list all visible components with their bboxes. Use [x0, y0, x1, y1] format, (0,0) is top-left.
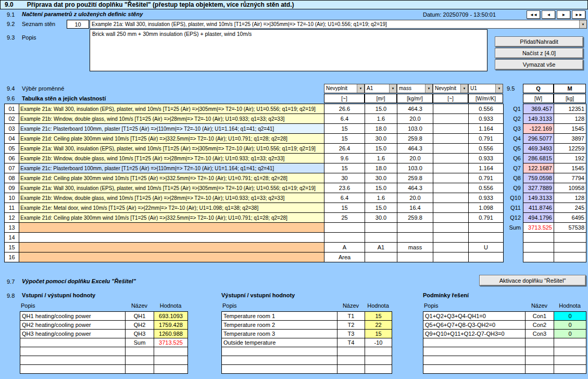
wall-select-dropdown[interactable]: Example 21a: Wall 300, insulation (EPS),…	[90, 20, 587, 29]
value-cell: 26.6	[324, 104, 365, 114]
value-cell	[397, 252, 433, 262]
record-nav: ◄◄ ◄ ► ►►	[527, 10, 585, 19]
variable-dropdown-4[interactable]: Nevyplnit ▼	[433, 84, 468, 93]
activate-solver-button[interactable]: Aktivace doplňku "Řešitel"	[479, 275, 586, 286]
value-cell	[433, 193, 469, 203]
io-row: Q9+Q10+Q11+Q12-Q7-QH3=0Con30	[423, 330, 586, 338]
q-row-label: Q10	[504, 193, 523, 203]
add-replace-button[interactable]: Přidat/Nahradit	[495, 36, 583, 47]
hodnota-cell[interactable]: 15	[365, 330, 392, 338]
q-row-label: Q6	[504, 154, 523, 163]
nav-prev-button[interactable]: ◄	[542, 10, 555, 19]
value-cell	[469, 252, 504, 262]
value-cell: 0.933	[469, 114, 504, 124]
col-header-hodnota: Hodnota	[154, 302, 187, 309]
row-number: 04	[5, 134, 19, 144]
value-cell: 1.098	[469, 203, 504, 213]
value-cell: 0.556	[469, 183, 504, 193]
clear-all-button[interactable]: Vymazat vše	[495, 59, 583, 70]
m-value-cell: 12351	[554, 104, 586, 114]
load-from-4-0-button[interactable]: Načíst z [4.0]	[495, 48, 583, 58]
dropdown-arrow-icon[interactable]: ▼	[357, 84, 364, 93]
q-row-label: Q12	[504, 213, 523, 223]
dropdown-arrow-icon[interactable]: ▼	[425, 84, 432, 93]
wall-count-field[interactable]: 10	[67, 20, 89, 29]
hodnota-cell[interactable]: 1759.428	[154, 321, 188, 330]
q-row-label	[504, 252, 523, 262]
popis-cell: QH3 heating/cooling power	[20, 330, 126, 338]
dropdown-arrow-icon[interactable]: ▼	[389, 84, 396, 93]
table-row: 11 Example 21e: Metal door, wind 10m/s […	[5, 203, 586, 213]
description-textarea[interactable]: Brick wall 250 mm + 30mm insulation (EPS…	[90, 29, 487, 71]
value-cell	[469, 223, 504, 233]
io-row	[20, 356, 188, 365]
walls-table: 01 Example 21a: Wall 300, insulation (EP…	[4, 104, 586, 262]
nazev-cell	[526, 365, 554, 374]
popis-cell	[423, 356, 526, 365]
wall-desc-cell: Example 21c: Plasterboard 100mm, plaster…	[19, 163, 324, 173]
wall-desc-cell	[19, 243, 324, 252]
table-row: 06 Example 21b: Window, double glass, wi…	[5, 154, 586, 163]
col-header-popis: Popis	[424, 302, 439, 309]
q-row-label: Q1	[504, 104, 523, 114]
section-number-9-2: 9.2	[7, 21, 15, 27]
q-value-cell: -122.169	[523, 124, 554, 134]
io-table-middle: Temperature room 1T115 Temperature room …	[221, 311, 392, 374]
hodnota-cell[interactable]: 1260.988	[154, 330, 188, 338]
variable-dropdown-5[interactable]: U1 ▼	[468, 84, 503, 93]
section-number-9-7: 9.7	[7, 279, 15, 285]
col-header-hodnota: Hodnota	[554, 302, 586, 309]
variable-dropdown-2[interactable]: A1 ▼	[365, 84, 397, 93]
variable-dropdown-value: A1	[365, 84, 389, 93]
q-value-cell: 122.1687	[523, 163, 554, 173]
dropdown-arrow-icon[interactable]: ▼	[579, 20, 586, 28]
popis-cell	[20, 356, 126, 365]
value-cell: 20.0	[397, 193, 433, 203]
hodnota-cell[interactable]: 693.1093	[154, 312, 188, 321]
nav-first-button[interactable]: ◄◄	[527, 10, 540, 19]
variable-dropdown-value: Nevyplnit	[324, 84, 357, 93]
hodnota-cell[interactable]: 15	[365, 312, 392, 321]
unit-cell-u: [W/m²/K]	[468, 94, 503, 103]
variable-dropdown-1[interactable]: Nevyplnit ▼	[324, 84, 365, 93]
io-row	[423, 356, 586, 365]
nazev-cell: QH2	[126, 321, 154, 330]
hodnota-cell: 0	[554, 330, 586, 338]
nav-next-button[interactable]: ►	[557, 10, 570, 19]
value-cell: 15.0	[365, 104, 397, 114]
variable-dropdown-3[interactable]: mass ▼	[397, 84, 433, 93]
nazev-cell	[126, 356, 154, 365]
dropdown-arrow-icon[interactable]: ▼	[495, 84, 503, 93]
nazev-cell	[526, 338, 554, 347]
value-cell	[469, 233, 504, 243]
unit-cell-mass: [kg/m²]	[397, 94, 433, 103]
q-value-cell: 296.5077	[523, 134, 554, 144]
table-row: 03 Example 21c: Plasterboard 100mm, plas…	[5, 124, 586, 134]
value-cell: 30	[324, 173, 365, 183]
hodnota-cell[interactable]: 22	[365, 321, 392, 330]
nazev-cell: QH1	[126, 312, 154, 321]
nav-last-button[interactable]: ►►	[572, 10, 585, 19]
table-row: 13 Sum 3713.525 57538	[5, 223, 586, 233]
dropdown-arrow-icon[interactable]: ▼	[460, 84, 468, 93]
col-header-nazev: Název	[337, 302, 365, 309]
wall-desc-cell: Example 21d: Ceiling plate 300mm wind 10…	[19, 213, 324, 223]
popis-cell: Temperature room 3	[222, 330, 337, 338]
hodnota-cell	[365, 365, 392, 374]
nazev-cell: T4	[337, 338, 365, 347]
value-cell: 20.0	[397, 114, 433, 124]
wall-desc-cell	[19, 252, 324, 262]
nazev-cell	[337, 365, 365, 374]
description-label: Popis	[22, 34, 36, 41]
popis-cell	[222, 356, 337, 365]
io-row: Temperature room 3T315	[222, 330, 392, 338]
solver-data-prep-sheet: 9.0 Příprava dat pro použití doplňku "Ře…	[0, 0, 588, 379]
hodnota-cell	[154, 365, 188, 374]
value-cell	[433, 124, 469, 134]
wall-desc-cell: Example 21d: Ceiling plate 300mm wind 10…	[19, 134, 324, 144]
section-number-9-3: 9.3	[7, 34, 15, 41]
popis-cell: Q9+Q10+Q11+Q12-Q7-QH3=0	[423, 330, 526, 338]
popis-cell: Temperature room 1	[222, 312, 337, 321]
section-number-9-1: 9.1	[7, 11, 15, 18]
hodnota-cell	[554, 356, 586, 365]
